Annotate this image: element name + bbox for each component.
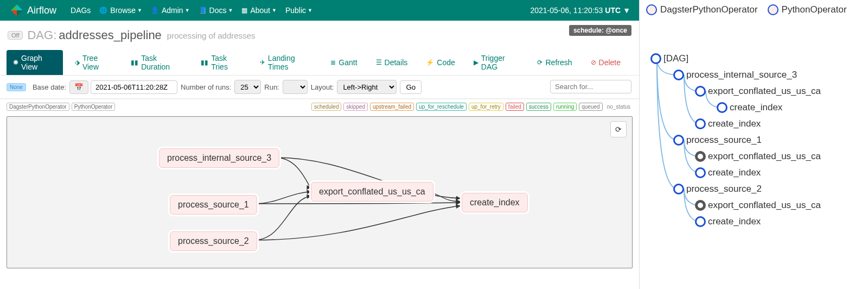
caret-icon: ▼ (137, 8, 142, 13)
brand[interactable]: Airflow (10, 3, 56, 17)
tree-node-dag-root[interactable]: [DAG] (650, 53, 688, 64)
dag-name: addresses_pipeline (59, 28, 162, 42)
tree-node-export-conflated-2[interactable]: export_conflated_us_us_ca (695, 151, 821, 162)
tree-node-process-source-2[interactable]: process_source_2 (673, 184, 762, 194)
tree-node-create-index-2[interactable]: create_index (695, 118, 761, 129)
runs-label: Number of runs: (181, 83, 231, 91)
status-upstream-failed[interactable]: upstream_failed (370, 103, 414, 111)
bar-chart-icon: ▮▮ (201, 59, 208, 66)
status-success[interactable]: success (526, 103, 551, 111)
bolt-icon: ⚡ (426, 59, 434, 66)
burst-icon: ✺ (13, 59, 18, 66)
calendar-button[interactable]: 📅 (69, 80, 88, 94)
caret-icon: ▼ (308, 8, 312, 13)
status-up-for-retry[interactable]: up_for_retry (469, 103, 503, 111)
search-input[interactable] (550, 80, 631, 93)
layout-label: Layout: (311, 83, 334, 91)
dag-description: processing of addresses (167, 31, 256, 40)
nav-dags[interactable]: DAGs (71, 6, 91, 15)
run-select[interactable] (283, 80, 308, 94)
status-no-status: no_status (605, 103, 633, 110)
tab-code[interactable]: ⚡Code (419, 50, 461, 75)
legend-circle-python (768, 4, 778, 15)
nav-admin[interactable]: 👤Admin▼ (151, 6, 190, 15)
task-node-export-conflated[interactable]: export_conflated_us_us_ca (311, 182, 433, 202)
tree-node-export-conflated-1[interactable]: export_conflated_us_us_ca (695, 86, 821, 97)
tab-task-tries[interactable]: ▮▮Task Tries (194, 50, 248, 75)
tree-node-process-internal-source-3[interactable]: process_internal_source_3 (673, 70, 797, 80)
tree-operator-legend: DagsterPythonOperator PythonOperator (646, 4, 861, 15)
tree-node-process-source-1[interactable]: process_source_1 (673, 135, 762, 146)
list-icon: ☰ (376, 59, 382, 66)
nav-public[interactable]: Public▼ (285, 6, 312, 15)
runs-select[interactable]: 25 (234, 80, 261, 94)
tree-node-create-index-3[interactable]: create_index (695, 167, 761, 178)
schedule-badge: schedule: @once (569, 25, 631, 36)
nav-about[interactable]: ▦About▼ (241, 6, 277, 15)
status-failed[interactable]: failed (506, 103, 524, 111)
user-icon: 👤 (151, 7, 159, 14)
legend-label-python: PythonOperator (782, 4, 847, 15)
layout-select[interactable]: Left->Right (337, 80, 397, 94)
tab-details[interactable]: ☰Details (369, 50, 414, 75)
plane-icon: ✈ (260, 59, 265, 66)
caret-icon: ▼ (272, 8, 277, 13)
delete-icon: ⊘ (591, 59, 596, 66)
navbar: Airflow DAGs 🌐Browse▼ 👤Admin▼ 📘Docs▼ ▦Ab… (0, 0, 639, 21)
tree-node-create-index-1[interactable]: create_index (717, 102, 782, 113)
tab-task-duration[interactable]: ▮▮Task Duration (124, 50, 189, 75)
dag-label: DAG: (27, 28, 56, 42)
legend-row: DagsterPythonOperator PythonOperator sch… (0, 99, 639, 114)
operator-chip-python[interactable]: PythonOperator (72, 103, 116, 111)
align-icon: ≣ (330, 59, 336, 66)
grid-icon: ▦ (241, 7, 247, 14)
calendar-icon: 📅 (74, 83, 84, 91)
play-icon: ▶ (474, 59, 478, 66)
nav-browse[interactable]: 🌐Browse▼ (99, 6, 142, 15)
dag-tree: [DAG] process_internal_source_3 export_c… (646, 53, 861, 238)
book-icon: 📘 (199, 7, 207, 14)
legend-circle-dagster (646, 4, 657, 15)
refresh-icon: ⟳ (537, 59, 542, 66)
go-button[interactable]: Go (400, 80, 422, 94)
legend-label-dagster: DagsterPythonOperator (660, 4, 758, 15)
brand-text: Airflow (27, 5, 56, 16)
filter-controls: None Base date: 📅 Number of runs: 25 Run… (0, 76, 639, 99)
tree-node-export-conflated-3[interactable]: export_conflated_us_us_ca (695, 200, 821, 211)
share-icon: ⬗ (75, 59, 80, 66)
status-queued[interactable]: queued (579, 103, 602, 111)
base-date-label: Base date: (33, 83, 66, 91)
task-node-process-source-2[interactable]: process_source_2 (170, 231, 257, 251)
caret-icon: ▼ (623, 6, 630, 15)
tree-node-create-index-4[interactable]: create_index (695, 216, 761, 227)
dag-toggle[interactable]: Off (8, 31, 23, 40)
tab-trigger-dag[interactable]: ▶Trigger DAG (467, 50, 526, 75)
tab-gantt[interactable]: ≣Gantt (324, 50, 363, 75)
tab-graph-view[interactable]: ✺Graph View (7, 50, 63, 75)
tab-delete[interactable]: ⊘Delete (584, 50, 627, 75)
graph-canvas[interactable]: ⟳ process_internal_source_3 process_sour… (7, 116, 633, 268)
caret-icon: ▼ (228, 8, 233, 13)
status-scheduled[interactable]: scheduled (311, 103, 342, 111)
base-date-input[interactable] (91, 80, 177, 94)
caret-icon: ▼ (185, 8, 190, 13)
airflow-logo-icon (10, 3, 24, 17)
task-node-process-source-1[interactable]: process_source_1 (170, 195, 257, 215)
status-running[interactable]: running (553, 103, 577, 111)
view-tabs: ✺Graph View ⬗Tree View ▮▮Task Duration ▮… (0, 46, 639, 76)
none-pill: None (7, 83, 26, 91)
globe-icon: 🌐 (99, 7, 107, 14)
status-skipped[interactable]: skipped (343, 103, 367, 111)
tab-refresh[interactable]: ⟳Refresh (531, 50, 578, 75)
tab-tree-view[interactable]: ⬗Tree View (68, 50, 119, 75)
task-node-create-index[interactable]: create_index (462, 193, 528, 212)
nav-docs[interactable]: 📘Docs▼ (199, 6, 233, 15)
clock[interactable]: 2021-05-06, 11:20:53 UTC ▼ (530, 0, 630, 21)
run-label: Run: (264, 83, 279, 91)
operator-chip-dagster[interactable]: DagsterPythonOperator (7, 103, 69, 111)
tab-landing-times[interactable]: ✈Landing Times (253, 50, 318, 75)
status-up-for-reschedule[interactable]: up_for_reschedule (416, 103, 467, 111)
task-node-process-internal-source-3[interactable]: process_internal_source_3 (159, 148, 279, 168)
bar-chart-icon: ▮▮ (131, 59, 138, 66)
dag-header: Off DAG: addresses_pipeline processing o… (0, 21, 639, 46)
